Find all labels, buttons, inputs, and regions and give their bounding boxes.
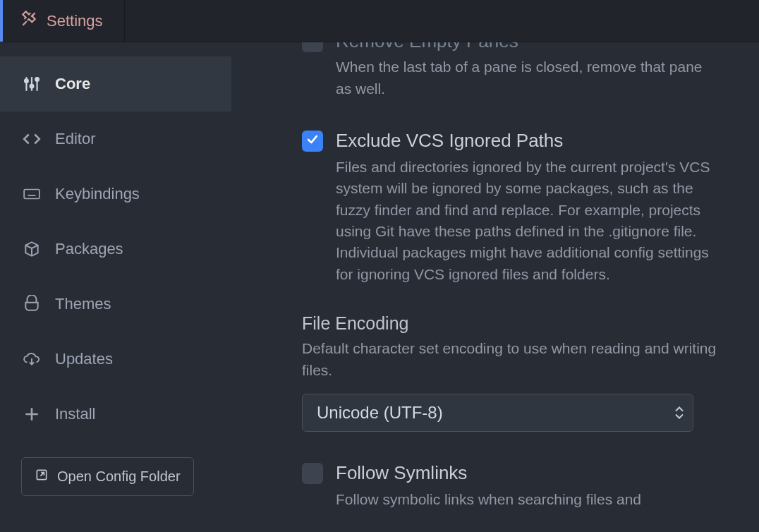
sidebar-item-label: Themes [55, 295, 111, 313]
checkbox-follow-symlinks[interactable] [302, 463, 323, 484]
setting-file-encoding: File Encoding Default character set enco… [302, 313, 717, 432]
sidebar-item-label: Editor [55, 130, 95, 148]
open-config-folder-button[interactable]: Open Config Folder [21, 457, 194, 496]
sidebar-item-packages[interactable]: Packages [0, 222, 231, 277]
setting-description: Follow symbolic links when searching fil… [336, 489, 641, 510]
settings-sidebar: Core Editor Keybindings [0, 42, 231, 532]
sidebar-item-editor[interactable]: Editor [0, 111, 231, 167]
sidebar-item-keybindings[interactable]: Keybindings [0, 167, 231, 222]
check-icon [305, 133, 320, 150]
updown-icon [675, 406, 684, 420]
setting-title: Follow Symlinks [336, 460, 641, 485]
checkbox-exclude-vcs[interactable] [302, 131, 323, 152]
plus-icon [21, 405, 42, 423]
sidebar-item-themes[interactable]: Themes [0, 277, 231, 332]
external-link-icon [35, 468, 49, 485]
setting-description: When the last tab of a pane is closed, r… [336, 56, 717, 99]
svg-point-2 [35, 78, 39, 81]
paint-bucket-icon [21, 295, 42, 313]
sidebar-item-install[interactable]: Install [0, 387, 231, 442]
setting-follow-symlinks: Follow Symlinks Follow symbolic links wh… [302, 460, 717, 510]
setting-description: Default character set encoding to use wh… [302, 338, 717, 381]
tab-settings[interactable]: Settings [0, 0, 125, 42]
sidebar-item-label: Core [55, 75, 90, 93]
tab-bar: Settings [0, 0, 759, 42]
setting-heading: File Encoding [302, 313, 717, 334]
package-icon [21, 240, 42, 258]
settings-icon [20, 10, 38, 32]
setting-description: Files and directories ignored by the cur… [336, 157, 717, 286]
open-config-label: Open Config Folder [57, 468, 181, 485]
sidebar-item-label: Install [55, 405, 95, 423]
sidebar-item-updates[interactable]: Updates [0, 332, 231, 387]
svg-point-1 [30, 85, 34, 88]
sidebar-item-core[interactable]: Core [0, 56, 231, 111]
settings-panel: Remove Empty Panes When the last tab of … [231, 42, 759, 532]
setting-remove-empty-panes: Remove Empty Panes When the last tab of … [302, 42, 717, 99]
svg-rect-3 [24, 190, 40, 199]
sliders-icon [21, 75, 42, 93]
sidebar-item-label: Updates [55, 350, 113, 368]
sidebar-item-label: Keybindings [55, 185, 140, 203]
keyboard-icon [21, 185, 42, 203]
tab-label: Settings [47, 12, 103, 30]
select-value: Unicode (UTF-8) [317, 403, 443, 422]
file-encoding-select[interactable]: Unicode (UTF-8) [302, 394, 693, 432]
sidebar-item-label: Packages [55, 240, 123, 258]
setting-title: Remove Empty Panes [336, 42, 717, 54]
svg-point-0 [25, 79, 28, 83]
setting-title: Exclude VCS Ignored Paths [336, 128, 717, 153]
cloud-download-icon [21, 350, 42, 368]
code-icon [21, 130, 42, 148]
checkbox-remove-empty-panes[interactable] [302, 42, 323, 52]
setting-exclude-vcs: Exclude VCS Ignored Paths Files and dire… [302, 128, 717, 285]
